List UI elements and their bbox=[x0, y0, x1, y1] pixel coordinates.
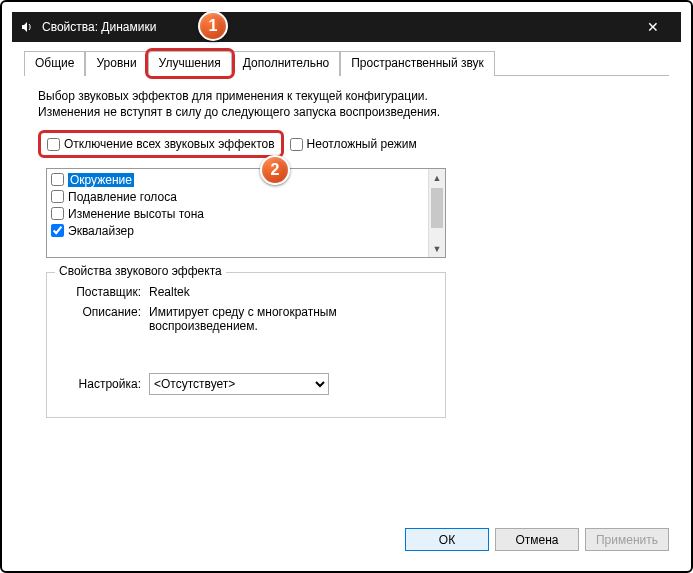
tab-bar: Общие Уровни Улучшения Дополнительно Про… bbox=[24, 50, 669, 76]
group-legend: Свойства звукового эффекта bbox=[55, 264, 226, 278]
dialog-footer: ОК Отмена Применить bbox=[24, 524, 669, 551]
titlebar: Свойства: Динамики ✕ bbox=[12, 12, 681, 42]
listbox-scrollbar[interactable]: ▲ ▼ bbox=[428, 169, 445, 257]
annotation-badge-2: 2 bbox=[260, 155, 290, 185]
setting-select[interactable]: <Отсутствует> bbox=[149, 373, 329, 395]
window-title: Свойства: Динамики bbox=[42, 20, 633, 34]
tab-advanced[interactable]: Дополнительно bbox=[232, 51, 340, 76]
apply-button[interactable]: Применить bbox=[585, 528, 669, 551]
list-item[interactable]: Эквалайзер bbox=[49, 222, 443, 239]
provider-value: Realtek bbox=[149, 285, 433, 299]
tab-enhancements[interactable]: Улучшения bbox=[148, 51, 232, 76]
setting-label: Настройка: bbox=[59, 377, 149, 391]
urgent-mode-checkbox[interactable]: Неотложный режим bbox=[290, 137, 417, 151]
effect-properties-group: Свойства звукового эффекта Поставщик: Re… bbox=[46, 272, 446, 418]
provider-label: Поставщик: bbox=[59, 285, 149, 299]
tab-spatial-sound[interactable]: Пространственный звук bbox=[340, 51, 495, 76]
description-value: Имитирует среду с многократным воспроизв… bbox=[149, 305, 433, 333]
effects-listbox[interactable]: Окружение Подавление голоса Изменение вы… bbox=[46, 168, 446, 258]
disable-all-effects-checkbox[interactable]: Отключение всех звуковых эффектов bbox=[47, 137, 275, 151]
urgent-mode-label: Неотложный режим bbox=[307, 137, 417, 151]
description-text: Выбор звуковых эффектов для применения к… bbox=[38, 88, 458, 120]
close-button[interactable]: ✕ bbox=[633, 12, 673, 42]
description-label: Описание: bbox=[59, 305, 149, 333]
tab-general[interactable]: Общие bbox=[24, 51, 85, 76]
list-item[interactable]: Изменение высоты тона bbox=[49, 205, 443, 222]
ok-button[interactable]: ОК bbox=[405, 528, 489, 551]
scroll-up-icon[interactable]: ▲ bbox=[429, 169, 445, 186]
cancel-button[interactable]: Отмена bbox=[495, 528, 579, 551]
disable-all-highlight: Отключение всех звуковых эффектов bbox=[38, 130, 284, 158]
annotation-badge-1: 1 bbox=[198, 11, 228, 41]
tab-levels[interactable]: Уровни bbox=[85, 51, 147, 76]
list-item[interactable]: Подавление голоса bbox=[49, 188, 443, 205]
scroll-thumb[interactable] bbox=[431, 188, 443, 228]
properties-window: Свойства: Динамики ✕ Общие Уровни Улучше… bbox=[12, 12, 681, 561]
speaker-icon bbox=[20, 20, 34, 34]
content-area: Общие Уровни Улучшения Дополнительно Про… bbox=[12, 42, 681, 561]
list-item[interactable]: Окружение bbox=[49, 171, 443, 188]
disable-all-label: Отключение всех звуковых эффектов bbox=[64, 137, 275, 151]
scroll-down-icon[interactable]: ▼ bbox=[429, 240, 445, 257]
